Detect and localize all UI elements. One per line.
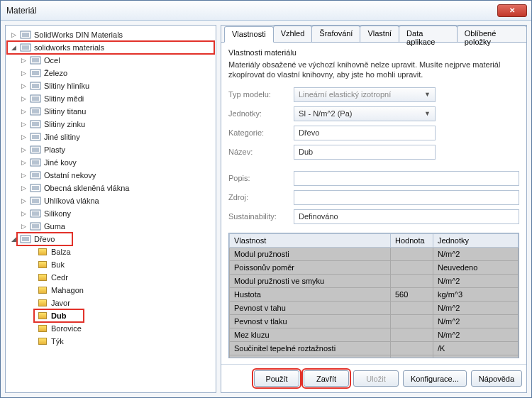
chevron-right-icon[interactable]: ▷ [20,146,28,154]
table-row[interactable]: Součinitel tepelné roztažnosti/K [230,341,519,355]
tree-root-sw[interactable]: ◢ solidworks materials [7,41,214,54]
cell-value[interactable] [391,314,433,328]
units-select[interactable]: SI - N/m^2 (Pa)▼ [294,106,436,121]
tree-material[interactable]: Cedr [34,271,214,284]
tree-category[interactable]: ▷Plasty [17,143,214,156]
material-icon [37,247,48,257]
chevron-right-icon[interactable]: ▷ [20,197,28,205]
table-row[interactable]: Pevnost v tlakuN/m^2 [230,314,519,328]
cell-value[interactable] [391,301,433,314]
chevron-down-icon[interactable]: ◢ [10,44,18,52]
table-row[interactable]: Modul pružnosti ve smykuN/m^2 [230,274,519,287]
table-row[interactable]: Součinitel tepelné vodivostiW/(m·K) [230,355,519,358]
col-property[interactable]: Vlastnost [230,233,391,247]
titlebar[interactable]: Materiál ✕ [1,1,531,21]
tab-appearance[interactable]: Vzhled [273,26,313,42]
cell-property: Modul pružnosti ve smyku [230,274,391,287]
table-row[interactable]: Poissonův poměrNeuvedeno [230,260,519,274]
properties-table[interactable]: Vlastnost Hodnota Jednotky Modul pružnos… [228,233,519,358]
tree-category[interactable]: ▷Silikony [17,207,214,220]
table-row[interactable]: Mez kluzuN/m^2 [230,328,519,341]
save-button[interactable]: Uložit [353,370,399,387]
close-button[interactable]: Zavřít [304,370,349,387]
model-type-select[interactable]: Lineární elastický izotropní▼ [294,87,436,102]
cell-value[interactable] [391,355,433,358]
chevron-down-icon[interactable]: ◢ [10,236,18,243]
tab-custom[interactable]: Vlastní [360,26,399,42]
cell-value[interactable] [391,341,433,355]
desc-input[interactable] [294,171,519,186]
chevron-right-icon[interactable]: ▷ [20,70,28,77]
folder-icon [30,132,41,142]
tree-material[interactable]: Borovice [34,322,214,335]
col-units[interactable]: Jednotky [433,233,519,247]
tree-material[interactable]: Buk [34,258,214,271]
tree-category[interactable]: ▷Slitiny hliníku [17,79,214,92]
tree-category[interactable]: ▷Železo [17,67,214,79]
cell-value[interactable]: 560 [391,287,433,301]
cell-value[interactable] [391,328,433,341]
name-input[interactable] [294,145,436,160]
tree-material[interactable]: Mahagon [34,284,214,297]
chevron-right-icon[interactable]: ▷ [20,108,28,116]
label-sust: Sustainability: [228,212,294,221]
sustainability-input[interactable] [294,209,519,224]
tab-properties[interactable]: Vlastnosti [224,26,274,43]
apply-button[interactable]: Použít [254,370,299,387]
tree-material[interactable]: Dub [34,309,84,322]
cell-units: kg/m^3 [433,287,519,301]
tree-category[interactable]: ▷Uhlíková vlákna [17,194,214,207]
tree-material[interactable]: Balza [34,245,214,258]
chevron-right-icon[interactable]: ▷ [10,31,18,39]
material-icon [37,285,48,295]
tree-label: Týk [51,337,64,346]
folder-icon [30,81,41,91]
cell-value[interactable] [391,247,433,260]
tree-category[interactable]: ▷Slitiny mědi [17,92,214,105]
material-tree[interactable]: ▷ SolidWorks DIN Materials ◢ solidworks … [5,25,216,393]
folder-icon [30,145,41,155]
tree-label: Obecná skleněná vlákna [44,184,129,192]
close-icon[interactable]: ✕ [497,4,527,17]
cell-value[interactable] [391,260,433,274]
tree-category[interactable]: ▷Jiné kovy [17,156,214,169]
folder-icon [20,43,31,52]
tree-root-din[interactable]: ▷ SolidWorks DIN Materials [7,28,214,41]
tree-material[interactable]: Týk [34,335,214,348]
folder-icon [30,170,41,180]
category-input[interactable] [294,126,436,140]
tree-category[interactable]: ▷Slitiny zinku [17,118,214,131]
tab-appdata[interactable]: Data aplikace [399,26,458,42]
chevron-right-icon[interactable]: ▷ [20,121,28,128]
tab-favorites[interactable]: Oblíbené položky [457,26,527,42]
chevron-right-icon[interactable]: ▷ [20,82,28,90]
cell-value[interactable] [391,274,433,287]
help-button[interactable]: Nápověda [471,370,522,387]
tree-label: SolidWorks DIN Materials [34,31,123,39]
chevron-right-icon[interactable]: ▷ [20,95,28,103]
tree-category[interactable]: ▷Ostatní nekovy [17,169,214,182]
chevron-right-icon[interactable]: ▷ [20,210,28,218]
chevron-right-icon[interactable]: ▷ [20,159,28,167]
tree-category[interactable]: ▷Guma [17,220,214,233]
source-input[interactable] [294,190,519,205]
chevron-right-icon[interactable]: ▷ [20,184,28,192]
tree-category[interactable]: ▷Slitiny titanu [17,105,214,118]
tree-category[interactable]: ▷Jiné slitiny [17,131,214,143]
table-row[interactable]: Pevnost v tahuN/m^2 [230,301,519,314]
tree-category[interactable]: ▷Obecná skleněná vlákna [17,182,214,194]
chevron-right-icon[interactable]: ▷ [20,223,28,231]
table-row[interactable]: Modul pružnostiN/m^2 [230,247,519,260]
config-button[interactable]: Konfigurace... [403,370,467,387]
chevron-right-icon[interactable]: ▷ [20,57,28,65]
tree-category-wood[interactable]: ◢ Dřevo [17,233,72,245]
tree-material[interactable]: Javor [34,297,214,309]
tree-category[interactable]: ▷Ocel [17,54,214,67]
chevron-right-icon[interactable]: ▷ [20,133,28,141]
col-value[interactable]: Hodnota [391,233,433,247]
folder-icon [30,196,41,206]
table-row[interactable]: Hustota560kg/m^3 [230,287,519,301]
tab-hatching[interactable]: Šrafování [311,26,360,42]
chevron-right-icon[interactable]: ▷ [20,172,28,179]
properties-content: Vlastnosti materiálu Materiály obsažené … [221,43,526,364]
